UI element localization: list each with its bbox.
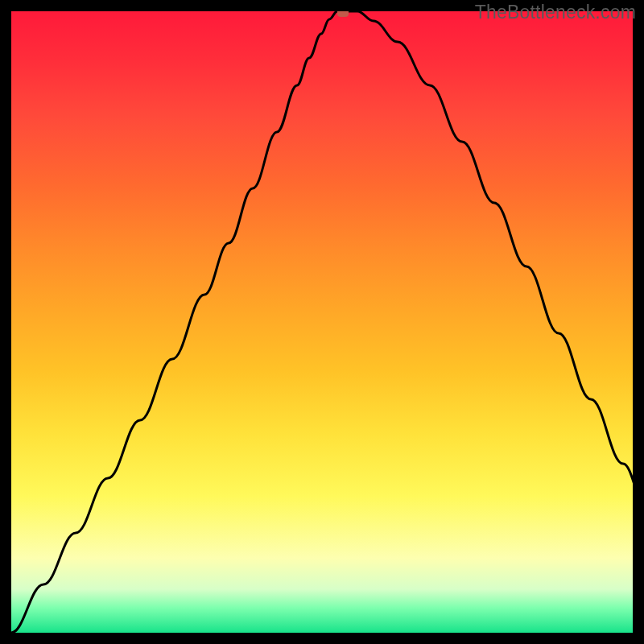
chart-frame: TheBottleneck.com [0, 0, 644, 644]
bottleneck-curve [11, 11, 633, 633]
plot-area [11, 11, 633, 633]
optimal-point-marker [337, 11, 349, 17]
watermark-text: TheBottleneck.com [475, 2, 636, 23]
